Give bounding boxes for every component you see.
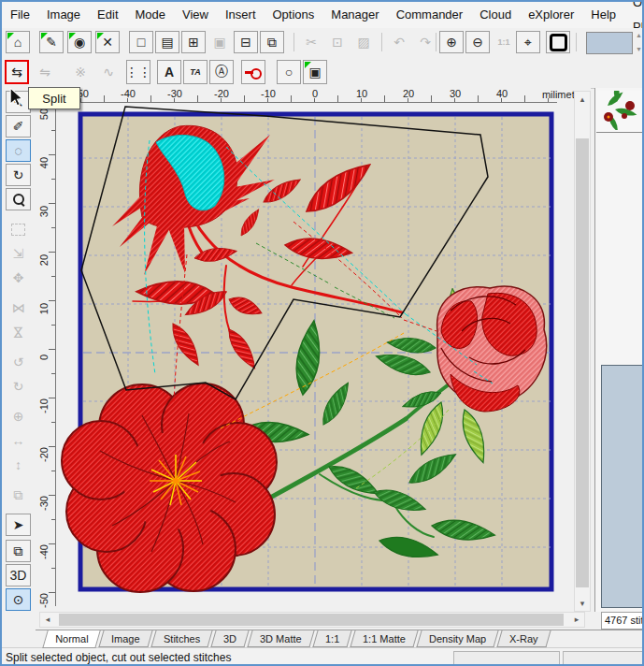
- zoom-1to1-button: 1:1: [492, 31, 516, 53]
- paste-button: ▨: [351, 31, 376, 53]
- center-target-icon: ⊕: [13, 409, 24, 424]
- zoom-in-button[interactable]: ⊕: [439, 31, 464, 53]
- menu-file[interactable]: File: [2, 3, 38, 27]
- magnify-tool-button[interactable]: [6, 188, 31, 210]
- stitch-marks-button[interactable]: ⋮⋮: [126, 60, 150, 84]
- flip-vertical-button: ⋈: [6, 321, 31, 343]
- vertical-scrollbar[interactable]: ▴ ▾: [574, 91, 591, 612]
- zoom-in-icon: ⊕: [446, 35, 457, 50]
- split-icon: ⇆: [11, 65, 22, 80]
- tab-3d[interactable]: 3D: [211, 630, 250, 647]
- scroll-down-icon[interactable]: ▾: [575, 596, 590, 611]
- scroll-right-icon[interactable]: ▸: [569, 613, 584, 627]
- paste-into-button[interactable]: ⧉: [260, 31, 284, 53]
- menu-cloud[interactable]: Cloud: [471, 3, 520, 27]
- photo-stitch-button[interactable]: ◉: [67, 31, 92, 53]
- design-thumbnail[interactable]: [596, 91, 644, 133]
- tab-stitches[interactable]: Stitches: [150, 630, 212, 647]
- swatch-spinner[interactable]: ▲▼: [634, 32, 644, 52]
- three-d-icon: 3D: [10, 568, 27, 583]
- insert-design-button[interactable]: ⊞: [181, 31, 206, 53]
- overlap-window-button[interactable]: ⧉: [6, 540, 31, 562]
- toolbar-separator: [576, 33, 577, 51]
- stitch-count-field: 4767 stitches: [601, 612, 644, 630]
- tab-3d-matte[interactable]: 3D Matte: [248, 630, 315, 647]
- horizontal-scroll-thumb[interactable]: [59, 614, 564, 626]
- undo-button: ↶: [387, 31, 411, 53]
- ruler-label: -30: [38, 493, 50, 514]
- digitize-button[interactable]: ✎: [39, 31, 64, 53]
- open-design-button[interactable]: ▤: [155, 31, 179, 53]
- ruler-label: 40: [38, 152, 50, 173]
- tab-1to1-matte[interactable]: 1:1 Matte: [351, 630, 419, 647]
- save-section-button[interactable]: ▣: [303, 60, 327, 84]
- menu-commander[interactable]: Commander: [388, 3, 472, 27]
- menu-help[interactable]: Help: [582, 3, 624, 27]
- tab-x-ray[interactable]: X-Ray: [497, 630, 551, 647]
- center-vertical-icon: ↕: [15, 457, 21, 472]
- join-button: ⇋: [33, 60, 57, 84]
- menu-insert[interactable]: Insert: [217, 3, 265, 27]
- color-swatch[interactable]: [586, 32, 633, 54]
- split-button[interactable]: ⇆: [5, 60, 29, 84]
- toolbar-separator: [293, 33, 294, 51]
- tab-density-map[interactable]: Density Map: [416, 630, 498, 647]
- design-canvas[interactable]: [58, 88, 576, 617]
- lock-button[interactable]: [241, 60, 265, 84]
- tooltip-text: Split: [42, 92, 65, 106]
- menu-view[interactable]: View: [174, 3, 217, 27]
- ruler-label: -10: [38, 396, 50, 416]
- resize-tool-button: ⇲: [6, 242, 31, 265]
- main-toolbar: ⌂ ✎ ◉ ✕ □ ▤ ⊞ ▣ ⊟ ⧉ ✂ ⊡ ▨ ↶ ↷ ⊕ ⊖ 1:1 ⌖ …: [2, 28, 642, 57]
- print-button[interactable]: ⊟: [234, 31, 258, 53]
- cross-stitch-button[interactable]: ✕: [95, 31, 120, 53]
- view-3d-button[interactable]: 3D: [6, 564, 31, 586]
- spinner-down-icon[interactable]: ▼: [634, 46, 644, 52]
- redo-icon: ↷: [420, 35, 431, 50]
- vertical-scroll-thumb[interactable]: [576, 138, 589, 587]
- rotate-right-button: ↻: [6, 375, 31, 398]
- vertical-ruler: 50 40 30 20 10 0 -10 -20 -30 -40 -50: [37, 107, 58, 612]
- marquee-icon: [11, 224, 25, 236]
- realistic-view-button[interactable]: ⊙: [6, 588, 31, 611]
- zoom-selection-button[interactable]: ⌖: [516, 31, 540, 53]
- edit-toolbar: ⇆ ⇋ ※ ∿ ⋮⋮ A TA Ⓐ ○ ▣: [2, 56, 642, 89]
- edit-points-button[interactable]: ✐: [6, 115, 31, 138]
- edit-lettering-button[interactable]: TA: [183, 60, 208, 84]
- center-vertical-button: ↕: [6, 454, 31, 476]
- rotate-tool-button[interactable]: ↻: [6, 164, 31, 186]
- new-design-button[interactable]: □: [129, 31, 153, 53]
- design-library-button[interactable]: ⌂: [6, 31, 30, 53]
- monogram-button[interactable]: Ⓐ: [209, 60, 234, 84]
- menu-manager[interactable]: Manager: [322, 3, 387, 27]
- cross-stitch-icon: ✕: [102, 35, 113, 50]
- scroll-left-icon[interactable]: ◂: [40, 613, 55, 627]
- floppy-icon: ▣: [213, 35, 225, 50]
- zoom-out-button[interactable]: ⊖: [465, 31, 490, 53]
- lettering-button[interactable]: A: [157, 60, 181, 84]
- outline-shape-button[interactable]: ○: [277, 60, 301, 84]
- lasso-icon: ◌: [14, 143, 21, 158]
- tab-normal[interactable]: Normal: [42, 630, 101, 648]
- spinner-up-icon[interactable]: ▲: [634, 32, 644, 38]
- move-icon: ✥: [13, 270, 24, 285]
- tab-image[interactable]: Image: [99, 630, 153, 647]
- menu-image[interactable]: Image: [38, 3, 89, 27]
- horizontal-scrollbar[interactable]: ◂ ▸: [39, 612, 585, 628]
- sew-simulator-button: ※: [68, 60, 93, 84]
- scroll-up-icon[interactable]: ▴: [575, 92, 590, 107]
- hoop-button[interactable]: [546, 31, 570, 53]
- menu-mode[interactable]: Mode: [127, 3, 175, 27]
- info-panel-box: [601, 365, 644, 608]
- open-folder-icon: ▤: [161, 35, 173, 50]
- freehand-select-button[interactable]: ◌: [6, 139, 31, 162]
- toolbar-separator: [381, 33, 382, 51]
- wave-icon: ∿: [103, 65, 114, 80]
- tab-1to1[interactable]: 1:1: [312, 630, 351, 647]
- click-sew-button[interactable]: ➤: [6, 514, 31, 536]
- menu-options[interactable]: Options: [265, 3, 323, 27]
- menu-edit[interactable]: Edit: [89, 3, 126, 27]
- monogram-icon: Ⓐ: [215, 64, 228, 80]
- edit-letter-icon: TA: [190, 67, 200, 77]
- menu-explorer[interactable]: eXplorer: [520, 3, 582, 27]
